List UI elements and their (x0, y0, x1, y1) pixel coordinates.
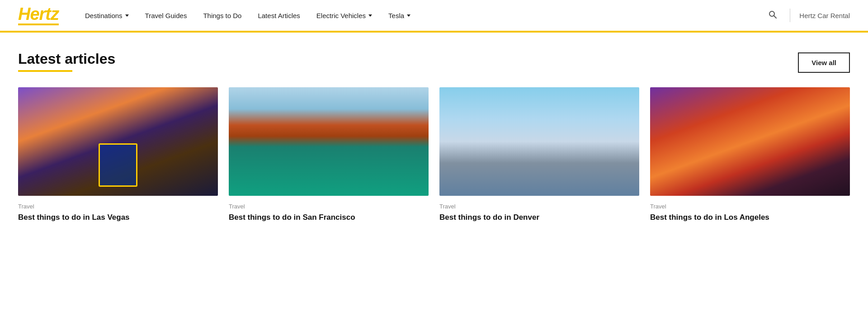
chevron-down-icon (368, 14, 372, 17)
article-image-los-angeles (650, 87, 850, 196)
logo-text: Hertz (18, 5, 59, 23)
header-divider (790, 9, 790, 22)
search-icon (768, 10, 777, 19)
nav-item-destinations[interactable]: Destinations (77, 0, 137, 32)
article-image-las-vegas (18, 87, 218, 196)
nav-item-electric-vehicles[interactable]: Electric Vehicles (308, 0, 380, 32)
article-category-los-angeles: Travel (650, 203, 850, 210)
chevron-down-icon (407, 14, 410, 17)
view-all-button[interactable]: View all (798, 52, 850, 73)
nav-item-tesla[interactable]: Tesla (380, 0, 419, 32)
nav-item-travel-guides[interactable]: Travel Guides (137, 0, 195, 32)
article-title-las-vegas: Best things to do in Las Vegas (18, 213, 218, 222)
section-header: Latest articles View all (18, 51, 850, 73)
article-card-las-vegas[interactable]: Travel Best things to do in Las Vegas (18, 87, 218, 222)
article-thumbnail-los-angeles (650, 87, 850, 196)
logo[interactable]: Hertz (18, 5, 59, 25)
article-category-san-francisco: Travel (229, 203, 429, 210)
header: Hertz Destinations Travel Guides Things … (0, 0, 868, 33)
section-title: Latest articles (18, 51, 115, 67)
car-rental-link[interactable]: Hertz Car Rental (799, 12, 850, 19)
article-thumbnail-san-francisco (229, 87, 429, 196)
article-title-los-angeles: Best things to do in Los Angeles (650, 213, 850, 222)
article-card-denver[interactable]: Travel Best things to do in Denver (439, 87, 639, 222)
article-image-denver (439, 87, 639, 196)
logo-underline (18, 24, 59, 25)
article-thumbnail-denver (439, 87, 639, 196)
articles-grid: Travel Best things to do in Las Vegas Tr… (18, 87, 850, 222)
header-right: Hertz Car Rental (764, 8, 850, 23)
article-title-denver: Best things to do in Denver (439, 213, 639, 222)
nav-item-latest-articles[interactable]: Latest Articles (250, 0, 308, 32)
article-category-denver: Travel (439, 203, 639, 210)
search-button[interactable] (764, 8, 781, 23)
article-image-san-francisco (229, 87, 429, 196)
article-card-los-angeles[interactable]: Travel Best things to do in Los Angeles (650, 87, 850, 222)
chevron-down-icon (125, 14, 129, 17)
section-title-underline (18, 70, 72, 72)
article-card-san-francisco[interactable]: Travel Best things to do in San Francisc… (229, 87, 429, 222)
main-nav: Destinations Travel Guides Things to Do … (77, 0, 764, 32)
article-category-las-vegas: Travel (18, 203, 218, 210)
article-thumbnail-las-vegas (18, 87, 218, 196)
section-title-wrap: Latest articles (18, 51, 115, 72)
nav-item-things-to-do[interactable]: Things to Do (195, 0, 250, 32)
main-content: Latest articles View all Travel Best thi… (0, 33, 868, 250)
article-title-san-francisco: Best things to do in San Francisco (229, 213, 429, 222)
svg-line-1 (774, 16, 776, 18)
